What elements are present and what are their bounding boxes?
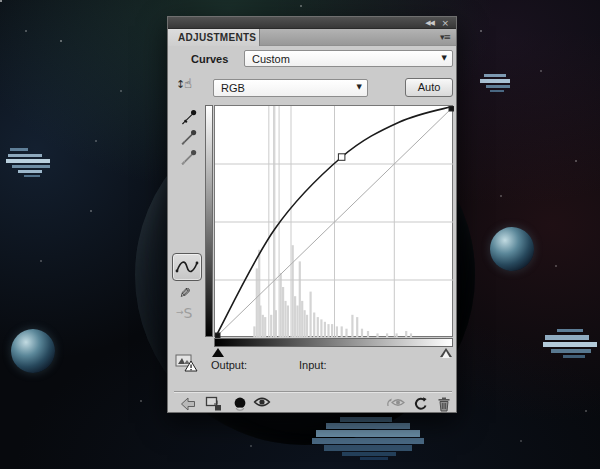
black-point-eyedropper-icon[interactable] bbox=[180, 109, 198, 125]
chevron-down-icon: ▼ bbox=[442, 54, 447, 62]
view-previous-state-icon[interactable] bbox=[386, 396, 406, 414]
curves-chart[interactable] bbox=[215, 106, 454, 338]
space-scene: ◀◀ × ADJUSTMENTS ▾≡ Curves Custom ▼ ↕ ☝ … bbox=[0, 0, 600, 469]
delete-adjustment-trash-icon[interactable] bbox=[434, 396, 454, 414]
input-gradient-bar bbox=[214, 338, 453, 347]
draw-curve-pencil-icon[interactable]: ✎ bbox=[179, 285, 191, 301]
toggle-visibility-eye-icon[interactable] bbox=[252, 396, 272, 414]
panel-tabstrip: ADJUSTMENTS ▾≡ bbox=[168, 29, 456, 46]
channel-dropdown[interactable]: RGB ▼ bbox=[213, 79, 368, 97]
smooth-curve-icon[interactable]: →S bbox=[176, 305, 192, 321]
auto-button[interactable]: Auto bbox=[405, 78, 453, 97]
toolbar-divider bbox=[174, 391, 452, 393]
chevron-down-icon: ▼ bbox=[357, 83, 362, 91]
debris-top-right bbox=[480, 68, 514, 98]
planet-right bbox=[490, 227, 534, 271]
preset-dropdown[interactable]: Custom ▼ bbox=[244, 50, 453, 67]
collapse-to-icons-icon[interactable]: ◀◀ bbox=[425, 18, 434, 28]
channel-value: RGB bbox=[221, 82, 245, 94]
black-input-slider[interactable] bbox=[212, 348, 224, 357]
reset-adjustment-icon[interactable] bbox=[411, 396, 431, 414]
debris-bottom-center bbox=[312, 415, 427, 465]
stars bbox=[0, 0, 2, 2]
curves-plot[interactable] bbox=[214, 105, 453, 337]
white-point-eyedropper-icon[interactable] bbox=[180, 149, 198, 165]
clip-to-layer-button[interactable] bbox=[204, 396, 224, 414]
tab-adjustments[interactable]: ADJUSTMENTS bbox=[168, 29, 260, 46]
planet-bottom-left bbox=[11, 329, 55, 373]
edit-points-curve-button[interactable] bbox=[172, 253, 202, 281]
gray-point-eyedropper-icon[interactable] bbox=[180, 129, 198, 145]
close-icon[interactable]: × bbox=[441, 18, 449, 28]
input-label: Input: bbox=[299, 359, 327, 371]
targeted-adjustment-tool-icon[interactable]: ↕ ☝ bbox=[176, 76, 202, 98]
output-gradient-bar bbox=[205, 105, 213, 337]
return-to-adjustment-list-button[interactable] bbox=[178, 396, 198, 414]
panel-titlebar[interactable]: ◀◀ × bbox=[168, 17, 456, 29]
adjustments-panel: ◀◀ × ADJUSTMENTS ▾≡ Curves Custom ▼ ↕ ☝ … bbox=[167, 16, 457, 413]
preset-value: Custom bbox=[252, 53, 290, 65]
debris-right bbox=[543, 325, 600, 363]
debris-left bbox=[6, 136, 54, 180]
output-label: Output: bbox=[211, 359, 247, 371]
curves-label: Curves bbox=[191, 53, 228, 65]
panel-menu-icon[interactable]: ▾≡ bbox=[440, 32, 450, 42]
affects-layers-sphere-icon[interactable] bbox=[230, 396, 250, 414]
clipping-warning-icon bbox=[175, 354, 199, 372]
